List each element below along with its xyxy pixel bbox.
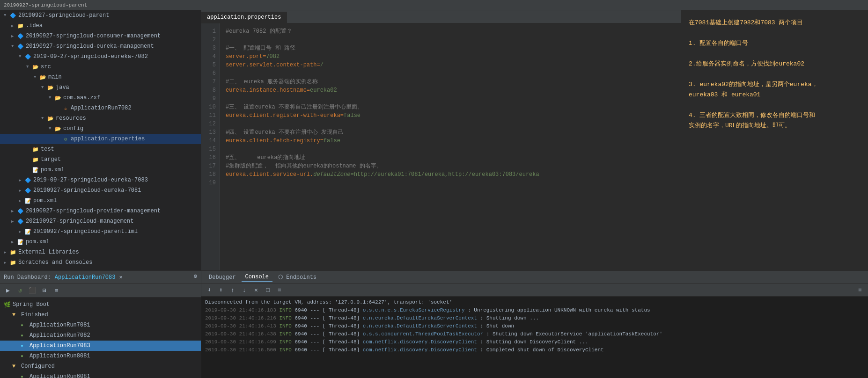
- tree-arrow-eureka-7081: ▶: [19, 188, 24, 193]
- line-num-16: 16: [205, 153, 216, 162]
- console-tab-console[interactable]: Console: [242, 273, 272, 282]
- sidebar-item-resources[interactable]: ▼📂resources: [0, 113, 201, 124]
- tree-label-main: main: [48, 74, 201, 80]
- tree-label-root: 20190927-springcloud-parent: [18, 12, 201, 19]
- tree-icon-eureka-7082: 🔷: [24, 54, 32, 60]
- tree-icon-pom-eureka: 📝: [24, 198, 32, 204]
- sidebar-item-idea[interactable]: ▶📁.idea: [0, 21, 201, 31]
- tree-arrow-com-aaa-zxf: ▼: [49, 95, 54, 100]
- more-button[interactable]: ≡: [51, 285, 62, 296]
- line-num-2: 2: [205, 36, 216, 44]
- tree-label-eureka-7081: 20190927-springcloud-eureka-7081: [33, 187, 201, 194]
- bottom-panel: Run Dashboard: ApplicationRun7083 ✕ ⚙ ▶ …: [0, 270, 868, 378]
- run-item-spring-boot[interactable]: 🌿Spring Boot: [0, 299, 201, 310]
- sidebar-item-target[interactable]: 📁target: [0, 154, 201, 165]
- console-settings-btn[interactable]: ≡: [855, 285, 865, 295]
- tree-icon-springcloud-mgmt: 🔷: [17, 218, 24, 225]
- sidebar-item-test[interactable]: 📁test: [0, 144, 201, 154]
- console-toolbar: ⬇ ⬆ ↑ ↓ ✕ □ ≡ ≡: [201, 284, 868, 297]
- stop-button[interactable]: ⬛: [27, 285, 37, 296]
- code-line-16: #五、 eureka的指向地址: [226, 153, 675, 162]
- tree-icon-provider-mgmt: 🔷: [17, 208, 24, 214]
- run-icon-app6081: ●: [21, 374, 28, 378]
- tree-label-provider-mgmt: 20190927-springcloud-provider-management: [26, 208, 201, 214]
- sidebar-item-ext-libs[interactable]: ▶📁External Libraries: [0, 247, 201, 257]
- run-icon-finished: ▼: [12, 312, 20, 318]
- run-icon-app7082: ●: [21, 333, 28, 338]
- code-line-18: eureka.client.service-url.defaultZone=ht…: [226, 170, 675, 179]
- sidebar-item-eureka-mgmt[interactable]: ▼🔷20190927-springcloud-eureka-management: [0, 41, 201, 51]
- console-btn-7[interactable]: ≡: [274, 285, 285, 295]
- tree-icon-test: 📁: [32, 146, 39, 153]
- sidebar-item-eureka-7083[interactable]: ▶🔷2019-09-27-springcloud-eureka-7083: [0, 175, 201, 185]
- run-item-app7082[interactable]: ●ApplicationRun7082: [0, 330, 201, 341]
- line-num-19: 19: [205, 179, 216, 187]
- sidebar-item-springcloud-parent-iml[interactable]: ▶📝20190927-springcloud-parent.iml: [0, 226, 201, 237]
- run-button[interactable]: ▶: [3, 285, 13, 296]
- tree-icon-main: 📂: [39, 74, 47, 80]
- code-line-15: [226, 145, 675, 153]
- code-line-14: eureka.client.fetch-registry=false: [226, 137, 675, 145]
- console-btn-2[interactable]: ⬆: [216, 285, 226, 295]
- console-tab-endpoints[interactable]: ⬡ Endpoints: [274, 273, 320, 282]
- tree-arrow-springcloud-parent-iml: ▶: [19, 229, 24, 234]
- run-item-configured[interactable]: ▼Configured: [0, 361, 201, 371]
- console-tab-debugger[interactable]: Debugger: [205, 273, 240, 282]
- sidebar-item-src[interactable]: ▼📂src: [0, 62, 201, 72]
- sidebar-item-consumer[interactable]: ▶🔷20190927-springcloud-consumer-manageme…: [0, 31, 201, 41]
- sidebar-item-pom7082[interactable]: 📝pom.xml: [0, 165, 201, 175]
- console-btn-3[interactable]: ↑: [228, 285, 238, 295]
- close-tab-icon[interactable]: ✕: [119, 274, 122, 281]
- run-item-finished[interactable]: ▼Finished: [0, 310, 201, 320]
- filter-button[interactable]: ⊟: [39, 285, 50, 296]
- run-item-app8081[interactable]: ●ApplicationRun8081: [0, 351, 201, 361]
- sidebar-item-pom-eureka[interactable]: ▶📝pom.xml: [0, 196, 201, 206]
- console-btn-1[interactable]: ⬇: [204, 285, 214, 295]
- line-num-14: 14: [205, 137, 216, 145]
- sidebar-item-com-aaa-zxf[interactable]: ▼📂com.aaa.zxf: [0, 93, 201, 103]
- run-dashboard-label: Run Dashboard:: [4, 274, 51, 281]
- tree-label-config: config: [63, 125, 201, 132]
- log-line-6: 2019-09-30 21:40:16.500 INFO 6940 --- [ …: [205, 346, 864, 354]
- tree-icon-eureka-mgmt: 🔷: [17, 44, 24, 50]
- console-btn-6[interactable]: □: [263, 285, 273, 295]
- sidebar-item-app-props[interactable]: ⚙application.properties: [0, 134, 201, 144]
- run-item-app6081[interactable]: ●ApplicationRun6081: [0, 371, 201, 378]
- sidebar-item-config[interactable]: ▼📂config: [0, 124, 201, 134]
- code-line-4: server.port=7082: [226, 52, 675, 61]
- sidebar-item-springcloud-mgmt[interactable]: ▶🔷202190927-springcloud-management: [0, 216, 201, 226]
- run-item-app7081[interactable]: ●ApplicationRun7081: [0, 320, 201, 330]
- tree-icon-resources: 📂: [47, 116, 54, 122]
- sidebar-item-main[interactable]: ▼📂main: [0, 72, 201, 82]
- rerun-button[interactable]: ↺: [15, 285, 25, 296]
- sidebar-tree: ▼🔷20190927-springcloud-parent▶📁.idea▶🔷20…: [0, 10, 201, 270]
- line-num-4: 4: [205, 52, 216, 61]
- run-item-app7083[interactable]: ●ApplicationRun7083: [0, 341, 201, 351]
- tree-arrow-main: ▼: [34, 75, 39, 80]
- line-num-10: 10: [205, 103, 216, 111]
- run-label-app7083: ApplicationRun7083: [29, 342, 201, 349]
- code-line-8: eureka.instance.hostname=eureka02: [226, 86, 675, 94]
- console-btn-4[interactable]: ↓: [239, 285, 250, 295]
- sidebar-item-pom-root[interactable]: ▶📝pom.xml: [0, 237, 201, 247]
- sidebar-item-scratches[interactable]: ▶📁Scratches and Consoles: [0, 257, 201, 268]
- note-line-9: 4. 三者的配置大致相同，修改各自的端口号和: [689, 110, 861, 121]
- console-btn-5[interactable]: ✕: [251, 285, 261, 295]
- run-app-tab[interactable]: ApplicationRun7083: [55, 274, 116, 281]
- tree-label-app-props: application.properties: [71, 136, 201, 142]
- tab-application-properties[interactable]: application.properties: [201, 12, 287, 23]
- tree-label-resources: resources: [56, 115, 201, 122]
- gear-icon[interactable]: ⚙: [194, 273, 197, 280]
- tree-label-consumer: 20190927-springcloud-consumer-management: [26, 33, 201, 39]
- sidebar-item-eureka-7081[interactable]: ▶🔷20190927-springcloud-eureka-7081: [0, 185, 201, 196]
- sidebar-item-provider-mgmt[interactable]: ▶🔷20190927-springcloud-provider-manageme…: [0, 206, 201, 216]
- sidebar-item-root[interactable]: ▼🔷20190927-springcloud-parent: [0, 10, 201, 21]
- sidebar-item-eureka-7082[interactable]: ▼🔷2019-09-27-springcloud-eureka-7082: [0, 51, 201, 62]
- code-editor[interactable]: #eureka 7082 的配置？ #一、 配置端口号 和 路径server.p…: [220, 23, 681, 270]
- log-line-1: 2019-09-30 21:40:16.183 INFO 6940 --- [ …: [205, 306, 864, 314]
- tree-arrow-consumer: ▶: [11, 34, 17, 39]
- sidebar-item-AppRun7082[interactable]: ☕ApplicationRun7082: [0, 103, 201, 113]
- sidebar-item-java[interactable]: ▼📂java: [0, 82, 201, 93]
- tree-icon-eureka-7083: 🔷: [24, 177, 32, 183]
- log-line-0: Disconnected from the target VM, address…: [205, 298, 864, 306]
